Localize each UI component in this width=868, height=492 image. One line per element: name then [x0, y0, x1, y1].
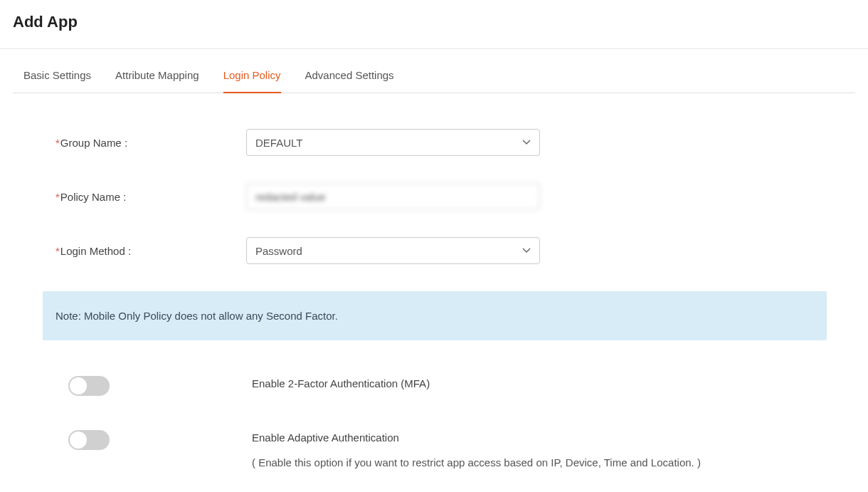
required-asterisk: * [55, 137, 60, 149]
tab-login-policy[interactable]: Login Policy [223, 56, 281, 93]
row-group-name: *Group Name : DEFAULT [55, 129, 855, 156]
row-adaptive-toggle: Enable Adaptive Authentication ( Enable … [68, 430, 855, 469]
main-content: Basic Settings Attribute Mapping Login P… [0, 56, 868, 492]
row-login-method: *Login Method : Password [55, 237, 855, 264]
toggle-adaptive-desc: Enable Adaptive Authentication ( Enable … [252, 430, 701, 469]
label-policy-name: *Policy Name : [55, 191, 246, 203]
page-title: Add App [13, 13, 855, 31]
control-group-name: DEFAULT [246, 129, 540, 156]
note-box: Note: Mobile Only Policy does not allow … [43, 291, 827, 340]
label-group-name: *Group Name : [55, 137, 246, 149]
control-login-method: Password [246, 237, 540, 264]
toggle-section: Enable 2-Factor Authentication (MFA) Ena… [13, 376, 855, 469]
label-login-method-text: Login Method : [60, 245, 131, 257]
toggle-mfa-desc: Enable 2-Factor Authentication (MFA) [252, 376, 430, 389]
tab-advanced-settings[interactable]: Advanced Settings [305, 56, 394, 93]
toggle-wrap-adaptive [68, 430, 252, 450]
toggle-mfa[interactable] [68, 376, 110, 396]
toggle-adaptive-label: Enable Adaptive Authentication [252, 431, 701, 444]
required-asterisk: * [55, 191, 60, 203]
control-policy-name [246, 183, 540, 210]
label-policy-name-text: Policy Name : [60, 191, 127, 203]
toggle-mfa-knob [70, 377, 87, 394]
tabs-bar: Basic Settings Attribute Mapping Login P… [13, 56, 855, 93]
select-group-name[interactable]: DEFAULT [246, 129, 540, 156]
row-policy-name: *Policy Name : [55, 183, 855, 210]
toggle-mfa-label: Enable 2-Factor Authentication (MFA) [252, 377, 430, 389]
tab-basic-settings[interactable]: Basic Settings [23, 56, 91, 93]
page-header: Add App [0, 0, 868, 49]
toggle-adaptive-knob [70, 431, 87, 449]
input-policy-name[interactable] [246, 183, 540, 210]
toggle-wrap-mfa [68, 376, 252, 396]
label-group-name-text: Group Name : [60, 137, 127, 149]
required-asterisk: * [55, 245, 60, 257]
toggle-adaptive-sub: ( Enable this option if you want to rest… [252, 456, 701, 469]
row-mfa-toggle: Enable 2-Factor Authentication (MFA) [68, 376, 855, 396]
select-login-method[interactable]: Password [246, 237, 540, 264]
label-login-method: *Login Method : [55, 245, 246, 257]
toggle-adaptive[interactable] [68, 430, 110, 450]
form-area: *Group Name : DEFAULT *Policy Name : *Lo… [13, 129, 855, 264]
tab-attribute-mapping[interactable]: Attribute Mapping [115, 56, 199, 93]
